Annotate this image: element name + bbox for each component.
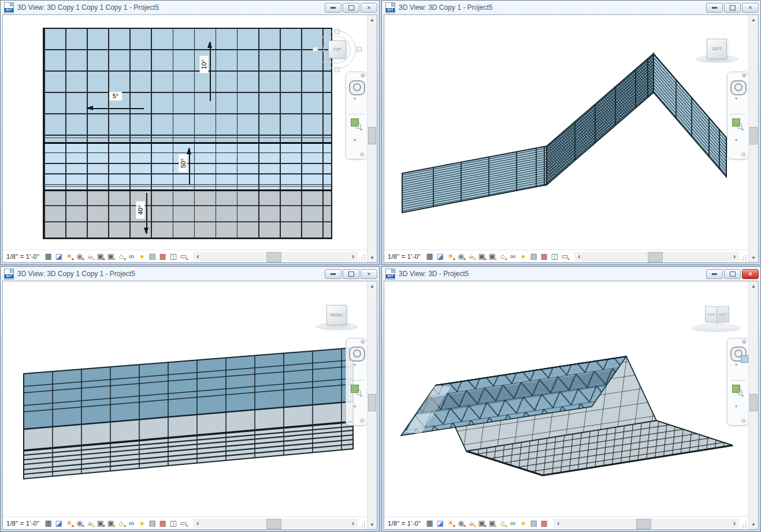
vscroll-thumb[interactable] — [368, 394, 376, 411]
displacement-sets-icon[interactable]: ◫ — [168, 518, 178, 529]
analytical-model-icon[interactable]: ▩ — [158, 518, 168, 529]
viewcube[interactable]: TOP — [328, 40, 346, 58]
horizontal-scrollbar[interactable]: ‹ › — [193, 519, 358, 528]
vertical-scrollbar[interactable]: ▲ ▼ — [367, 15, 377, 262]
drawing-canvas[interactable]: LEFT ⊗ ▾ ▾ ⊖ — [384, 15, 748, 250]
sun-path-off-icon[interactable]: ◉× — [456, 518, 466, 529]
scroll-up-icon[interactable]: ▲ — [367, 281, 377, 291]
scroll-down-icon[interactable]: ▼ — [367, 520, 377, 529]
lock-3d-view-icon[interactable]: ⌂● — [116, 518, 126, 529]
scroll-up-icon[interactable]: ▲ — [367, 15, 377, 24]
temporary-view-properties-icon[interactable]: ▤ — [529, 518, 539, 529]
restore-button[interactable] — [724, 3, 741, 13]
visual-style-icon[interactable]: ◪ — [54, 518, 64, 529]
hscroll-thumb[interactable] — [636, 519, 651, 529]
zoom-dropdown-icon[interactable]: ▾ — [354, 138, 356, 143]
minimize-button[interactable] — [325, 269, 341, 279]
close-button[interactable]: × — [361, 269, 377, 279]
minimize-button[interactable] — [706, 3, 723, 13]
wheel-dropdown-icon[interactable]: ▾ — [354, 363, 356, 367]
close-button[interactable]: × — [742, 269, 759, 279]
rendering-dialog-icon[interactable]: ☕● — [85, 251, 95, 262]
vertical-scrollbar[interactable]: ▲ ▼ — [748, 281, 758, 529]
navigation-bar[interactable]: ⊗ ▾ ▾ ⊖ — [727, 72, 748, 159]
hscroll-thumb[interactable] — [648, 252, 663, 262]
hscroll-thumb[interactable] — [266, 519, 281, 529]
scroll-right-icon[interactable]: › — [730, 252, 739, 261]
crop-region-icon[interactable]: ▣● — [487, 518, 497, 529]
sun-path-off-icon[interactable]: ◉× — [456, 251, 466, 262]
navbar-collapse-icon[interactable]: ⊖ — [741, 418, 746, 424]
restore-button[interactable] — [724, 269, 741, 279]
zoom-dropdown-icon[interactable]: ▾ — [735, 138, 737, 143]
rendering-dialog-icon[interactable]: ☕● — [466, 518, 476, 529]
steering-wheel-icon[interactable] — [349, 347, 365, 362]
scroll-left-icon[interactable]: ‹ — [193, 252, 202, 261]
vertical-scrollbar[interactable]: ▲ ▼ — [367, 281, 377, 529]
resize-grip[interactable] — [359, 521, 366, 528]
zoom-icon[interactable] — [732, 385, 743, 395]
vscroll-thumb[interactable] — [368, 127, 376, 144]
crop-view-off-icon[interactable]: ▣× — [95, 518, 105, 529]
crop-view-off-icon[interactable]: ▣× — [477, 518, 487, 529]
view-scale-button[interactable]: 1/8" = 1'-0" — [388, 253, 421, 260]
wheel-dropdown-icon[interactable]: ▾ — [735, 96, 737, 101]
lock-3d-view-icon[interactable]: ⌂● — [498, 251, 507, 262]
navigation-bar[interactable]: ⊗ ▾ ▾ ⊖ — [727, 338, 748, 426]
temporary-hide-isolate-icon[interactable]: ∞ — [127, 251, 136, 262]
window-titlebar[interactable]: RVT 3D View: 3D - Project5 × — [382, 267, 760, 281]
shadows-off-icon[interactable]: ☀× — [64, 518, 74, 529]
visual-style-icon[interactable]: ◪ — [435, 518, 445, 529]
resize-grip[interactable] — [740, 254, 747, 261]
viewcube-east-icon[interactable] — [357, 47, 362, 52]
shadows-off-icon[interactable]: ☀× — [64, 251, 74, 262]
shadows-off-icon[interactable]: ☀× — [446, 251, 455, 262]
zoom-icon[interactable] — [732, 118, 743, 129]
resize-grip[interactable] — [740, 521, 747, 528]
displacement-sets-icon[interactable]: ◫ — [168, 251, 178, 262]
visual-style-icon[interactable]: ◪ — [435, 251, 445, 262]
minimize-button[interactable] — [325, 3, 341, 13]
navbar-close-icon[interactable]: ⊗ — [361, 339, 365, 345]
navbar-collapse-icon[interactable]: ⊖ — [360, 418, 365, 424]
scroll-right-icon[interactable]: › — [348, 252, 358, 261]
drawing-canvas[interactable]: 10° 5° 50° 40° TOP ⊗ ▾ ▾ ⊖ — [3, 15, 367, 250]
scroll-down-icon[interactable]: ▼ — [749, 520, 758, 529]
view-scale-button[interactable]: 1/8" = 1'-0" — [388, 520, 421, 527]
viewcube-south-icon[interactable] — [335, 67, 340, 72]
scroll-down-icon[interactable]: ▼ — [749, 253, 758, 262]
temporary-view-properties-icon[interactable]: ▤ — [529, 251, 539, 262]
scroll-right-icon[interactable]: › — [730, 519, 739, 528]
viewcube[interactable]: LEFT — [707, 39, 727, 59]
zoom-icon[interactable] — [351, 118, 361, 129]
horizontal-scrollbar[interactable]: ‹ › — [554, 519, 739, 528]
analytical-model-icon[interactable]: ▩ — [539, 518, 549, 529]
drawing-canvas[interactable]: FRONT RIGHT ⊗ ▾ ▾ ⊖ — [384, 281, 748, 516]
visual-style-icon[interactable]: ◪ — [54, 251, 64, 262]
analytical-model-icon[interactable]: ▩ — [539, 251, 549, 262]
navbar-collapse-icon[interactable]: ⊖ — [741, 152, 746, 158]
viewcube[interactable]: FRONT — [326, 305, 347, 325]
viewcube-right-face[interactable]: RIGHT — [717, 306, 729, 323]
zoom-dropdown-icon[interactable]: ▾ — [354, 404, 356, 409]
scroll-down-icon[interactable]: ▼ — [367, 253, 377, 262]
rendering-dialog-icon[interactable]: ☕● — [466, 251, 476, 262]
lock-3d-view-icon[interactable]: ⌂● — [498, 518, 507, 529]
analytical-model-icon[interactable]: ▩ — [158, 251, 168, 262]
restore-button[interactable] — [343, 269, 359, 279]
window-titlebar[interactable]: RVT 3D View: 3D Copy 1 Copy 1 Copy 1 - P… — [1, 1, 379, 14]
horizontal-scrollbar[interactable]: ‹ › — [193, 252, 358, 261]
reveal-hidden-elements-icon[interactable]: ● — [518, 518, 528, 529]
rendering-dialog-icon[interactable]: ☕● — [85, 518, 95, 529]
crop-view-off-icon[interactable]: ▣× — [477, 251, 487, 262]
scroll-right-icon[interactable]: › — [348, 519, 358, 528]
scroll-up-icon[interactable]: ▲ — [749, 281, 758, 291]
detail-level-icon[interactable]: ▦ — [425, 251, 435, 262]
reveal-hidden-elements-icon[interactable]: ● — [137, 251, 147, 262]
temporary-view-properties-icon[interactable]: ▤ — [147, 518, 157, 529]
viewcube-home-icon[interactable] — [335, 29, 340, 34]
temporary-hide-isolate-icon[interactable]: ∞ — [127, 518, 136, 529]
sun-path-off-icon[interactable]: ◉× — [75, 518, 84, 529]
crop-view-off-icon[interactable]: ▣× — [95, 251, 105, 262]
view-scale-button[interactable]: 1/8" = 1'-0" — [6, 520, 39, 527]
